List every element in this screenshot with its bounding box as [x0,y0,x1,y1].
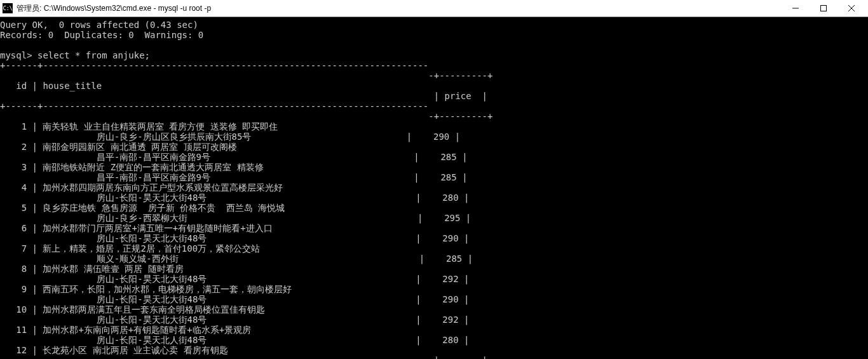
terminal-line: 11 | 加州水郡+东南向两居+有钥匙随时看+临水系+景观房 | 2室1厅 | … [0,325,868,335]
minimize-button[interactable] [782,0,810,17]
terminal-line: Query OK, 0 rows affected (0.43 sec) [0,20,868,30]
terminal-line: 房山-良乡-房山区良乡拱辰南大街85号 | 290 | [0,132,868,142]
terminal-output[interactable]: Query OK, 0 rows affected (0.43 sec)Reco… [0,17,868,359]
maximize-button[interactable] [810,0,837,17]
terminal-line: 房山-长阳-昊天北大街48号 | 290 | [0,294,868,304]
terminal-line: id | house_title | house_layout | house_… [0,81,868,91]
terminal-line: +------+--------------------------------… [0,101,868,111]
terminal-line: 房山-长阳-昊天北大街48号 | 290 | [0,233,868,243]
svg-rect-1 [821,6,827,11]
terminal-line: 房山-良乡-西翠柳大街 | 295 | [0,213,868,223]
terminal-line: 12 | 长龙苑小区 南北两居 业主诚心卖 看房有钥匙 | 2室1厅 | 89 … [0,345,868,355]
terminal-line: 2 | 南邵金明园新区 南北通透 两居室 顶层可改阁楼 | 2室2厅 | 82 … [0,142,868,152]
window-titlebar: C:\ 管理员: C:\Windows\System32\cmd.exe - m… [0,0,868,17]
terminal-line: 4 | 加州水郡四期两居东南向方正户型水系观景位置高楼层采光好 | 2室1厅 |… [0,182,868,193]
terminal-line: 10 | 加州水郡两居满五年且一套东南全明格局楼位置佳有钥匙 | 2室1厅 | … [0,304,868,315]
terminal-line: 8 | 加州水郡 满伍唯壹 两居 随时看房 | 2室1厅 | 88 | 15 [0,264,868,274]
terminal-line: 房山-长阳-昊天北人街48号 | 280 | [0,335,868,345]
terminal-line: Records: 0 Duplicates: 0 Warnings: 0 [0,30,868,40]
terminal-line: 房山-长阳-昊天北大街48号 | 280 | [0,193,868,203]
terminal-line: 7 | 新上，精装，婚居，正规2居，首付100万，紧邻公交站 | 2室1厅 | … [0,243,868,254]
terminal-line: 5 | 良乡苏庄地铁 急售房源 房子新 价格不贵 西兰岛 海悦城 | 2室1厅 … [0,203,868,213]
terminal-line [0,40,868,50]
terminal-line: -+---------+ [0,71,868,81]
cmd-icon: C:\ [3,3,13,13]
terminal-line: mysql> select * from anjuke; [0,50,868,60]
close-button[interactable] [837,0,865,17]
terminal-line: 9 | 西南五环，长阳，加州水郡，电梯楼房，满五一套，朝向楼层好 | 2室1厅 … [0,284,868,294]
terminal-line: -+---------+ [0,111,868,121]
window-title: 管理员: C:\Windows\System32\cmd.exe - mysql… [17,3,211,14]
terminal-line: +------+--------------------------------… [0,60,868,71]
terminal-line: 3 | 南邵地铁站附近 Z便宜的一套南北通透大两居室 精装修 | 2室1厅 | … [0,162,868,172]
terminal-line: 1 | 南关轻轨 业主自住精装两居室 看房方便 送装修 即买即住 | 2室1厅 … [0,121,868,132]
terminal-line: 顺义-顺义城-西外街 | 285 | [0,254,868,264]
terminal-line: 昌平-南邵-昌平区南金路9号 | 285 | [0,172,868,182]
terminal-line: | price | [0,91,868,101]
terminal-line: 房山-长阳-昊天北大街48号 | 292 | [0,274,868,284]
terminal-line: 房山-长阳-昊天北大街48号 | 292 | [0,315,868,325]
terminal-line: | | [0,355,868,359]
terminal-line: 昌平-南邵-昌平区南金路9号 | 285 | [0,152,868,162]
terminal-line: 6 | 加州水郡带门厅两居室+满五唯一+有钥匙随时能看+进入口 | 2室1厅 |… [0,223,868,233]
